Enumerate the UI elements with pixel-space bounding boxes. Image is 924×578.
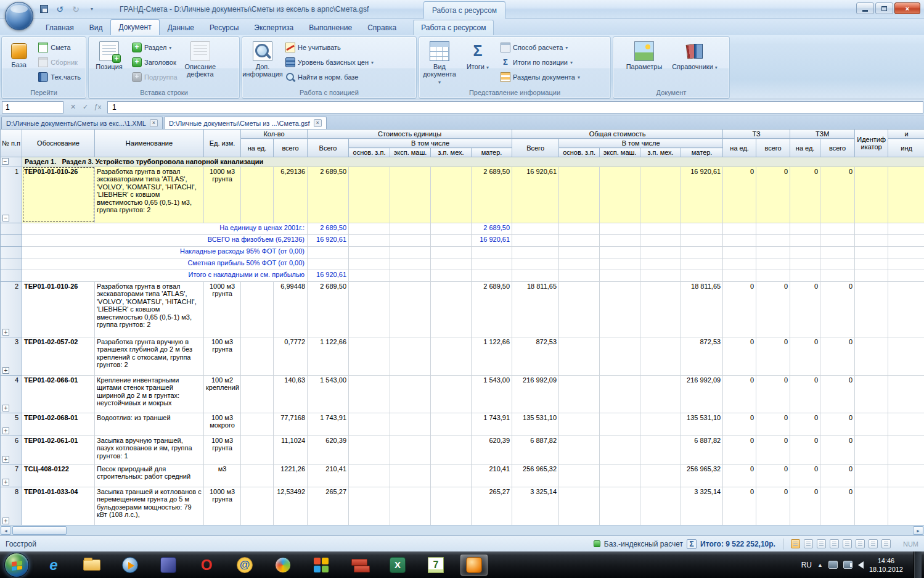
collapse-expander[interactable]: − [2,215,9,221]
scrollbar-thumb[interactable] [12,526,67,535]
cell-total-mater[interactable]: 216 992,09 [681,375,723,413]
cell[interactable] [241,436,274,464]
cell-tz-per[interactable]: 0 [723,436,756,464]
col-header-vsego[interactable]: Всего [308,139,349,157]
qat-customize-button[interactable]: ▾ [85,3,99,15]
subtotal-label[interactable]: ВСЕГО на физобъем (6,29136) [22,234,308,246]
cell-name[interactable]: Засыпка вручную траншей, пазух котловано… [95,436,204,464]
cell-unit[interactable]: 100 м2 креплений [204,375,241,413]
cell-qty[interactable]: 12,53492 [274,487,308,525]
display-icon[interactable] [828,561,838,569]
cell[interactable] [640,234,681,246]
razdel-button[interactable]: +Раздел▾ [129,41,180,54]
cell[interactable] [512,234,559,246]
cell[interactable] [559,487,600,525]
cell-identifier[interactable] [855,413,888,436]
cell[interactable] [431,258,472,270]
view-toggle-icon[interactable] [791,539,800,548]
col-header-zp-mech[interactable]: з.п. мех. [431,148,472,157]
cell[interactable] [512,246,559,258]
col-header-unit[interactable]: Ед. изм. [204,130,241,157]
cell-total[interactable]: 6 887,82 [512,436,559,464]
cell-unit-cost[interactable]: 1 543,00 [308,375,349,413]
cell[interactable] [855,258,888,270]
cell[interactable] [888,234,924,246]
references-button[interactable]: Справочники ▾ [669,39,721,88]
base-button[interactable]: База [4,39,33,88]
cell[interactable] [756,234,790,246]
row-header[interactable]: 8+ [1,487,22,525]
expand-expander[interactable]: + [2,367,9,374]
cell-unit[interactable]: 1000 м3 грунта [204,167,241,223]
cell[interactable] [390,258,431,270]
cell[interactable] [888,413,924,436]
cell[interactable] [431,464,472,487]
cell[interactable] [790,246,820,258]
cell-identifier[interactable] [855,464,888,487]
view-toggle-icon[interactable] [830,539,839,548]
taskbar-item-mail-agent[interactable]: @ [231,555,258,576]
cell[interactable] [431,246,472,258]
cell[interactable] [888,270,924,281]
cell-qty[interactable]: 77,7168 [274,413,308,436]
cell[interactable]: 16 920,61 [472,234,512,246]
cell[interactable] [855,246,888,258]
cell-total-mater[interactable]: 135 531,10 [681,413,723,436]
tab-dokument[interactable]: Документ [110,19,159,35]
cell[interactable] [681,234,723,246]
cell[interactable] [600,436,640,464]
cell[interactable] [681,223,723,234]
cell[interactable] [888,487,924,525]
cell-tzm-total[interactable]: 0 [820,464,855,487]
cell-name[interactable]: Крепление инвентарными щитами стенок тра… [95,375,204,413]
view-toggle-icon[interactable] [881,539,891,548]
cell-tzm-per[interactable]: 0 [790,337,820,375]
cell-tz-total[interactable]: 0 [756,413,790,436]
subtotal-label[interactable]: На единицу в ценах 2001г.: [22,223,308,234]
cell-identifier[interactable] [855,281,888,337]
cell-tzm-total[interactable]: 0 [820,167,855,223]
cell[interactable] [431,167,472,223]
row-header[interactable] [1,270,22,281]
col-header-qty-total[interactable]: всего [274,139,308,157]
minimize-button[interactable] [856,2,874,14]
cell-tz-total[interactable]: 0 [756,375,790,413]
cell[interactable] [600,337,640,375]
taskbar-item-explorer[interactable] [78,555,105,576]
collapse-expander[interactable]: − [2,158,9,165]
cell[interactable] [600,167,640,223]
col-header-total-cost[interactable]: Общая стоимость [512,130,723,139]
insert-function-button[interactable]: ƒx [92,102,103,112]
cell-unit-cost[interactable]: 265,27 [308,487,349,525]
cell[interactable] [390,337,431,375]
cell[interactable] [640,487,681,525]
cell-name[interactable]: Водоотлив: из траншей [95,413,204,436]
cell-total-mater[interactable]: 256 965,32 [681,464,723,487]
cell[interactable] [349,464,390,487]
cell[interactable] [512,270,559,281]
document-tab-gsf[interactable]: D:\Личные документы\Сметы из ...\Смета.g… [164,117,327,129]
col-header-per-unit[interactable]: на ед. [790,139,820,157]
taskbar-item-seven-app[interactable]: 7 [422,555,449,576]
cell[interactable] [681,270,723,281]
cell-total[interactable]: 16 920,61 [512,167,559,223]
cell-unit-mater[interactable]: 620,39 [472,436,512,464]
cell-identifier[interactable] [855,375,888,413]
close-button[interactable]: × [894,2,920,14]
subtotal-label[interactable]: Накладные расходы 95% ФОТ (от 0,00) [22,246,308,258]
col-header-mater[interactable]: матер. [472,148,512,157]
cell[interactable] [681,258,723,270]
cell-tzm-per[interactable]: 0 [790,167,820,223]
name-box[interactable]: 1 [2,101,63,114]
cell-tzm-total[interactable]: 0 [820,375,855,413]
maximize-button[interactable] [875,2,893,14]
cell-qty[interactable]: 140,63 [274,375,308,413]
cell-tzm-total[interactable]: 0 [820,337,855,375]
cell-name[interactable]: Песок природный для строительных: работ … [95,464,204,487]
cell-total-mater[interactable]: 16 920,61 [681,167,723,223]
parameters-button[interactable]: Параметры [622,39,666,88]
cell-tz-total[interactable]: 0 [756,281,790,337]
cell-tzm-total[interactable]: 0 [820,436,855,464]
col-header-tzm[interactable]: ТЗМ [790,130,855,139]
defect-description-button[interactable]: Описание дефекта [182,39,218,88]
